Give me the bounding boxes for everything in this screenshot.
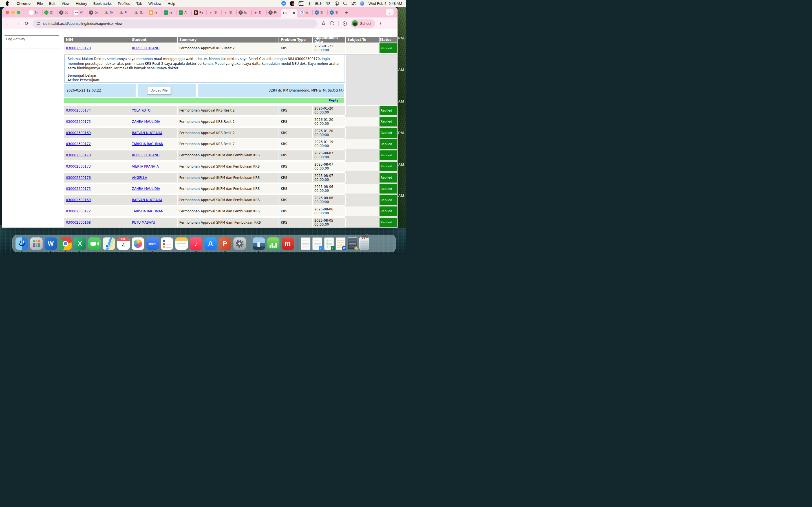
student-link[interactable]: ZAHRA MAULIDIA — [130, 184, 177, 193]
control-center-icon[interactable] — [351, 1, 356, 6]
nim-link[interactable]: 030002300173 — [64, 162, 130, 171]
browser-tab[interactable]: SI — [312, 7, 327, 17]
dock-item-music[interactable]: ♪ — [190, 237, 202, 250]
student-link[interactable]: RAEVAN NUGRAHA — [130, 195, 177, 205]
bluetooth-icon[interactable] — [308, 1, 311, 6]
window-zoom-button[interactable] — [17, 11, 20, 14]
nim-link[interactable]: 030002300170 — [64, 43, 130, 53]
menu-item-bookmarks[interactable]: Bookmarks — [90, 1, 115, 6]
tab-search-chevron-icon[interactable]: ⌄ — [386, 9, 394, 15]
dock-item-maps[interactable] — [103, 237, 115, 250]
dock-item-mendeley[interactable]: m — [282, 237, 294, 250]
dock-item-chrome[interactable] — [59, 237, 71, 250]
browser-tab[interactable]: S Jo — [87, 7, 102, 17]
student-link[interactable]: ANGELLA — [130, 173, 177, 182]
reload-icon[interactable]: ⟳ — [24, 20, 30, 26]
dock-item-appstore[interactable]: A — [204, 237, 217, 250]
dock-item-calendar[interactable]: FEB4 — [117, 237, 130, 250]
student-link[interactable]: RAEVAN NUGRAHA — [130, 128, 177, 138]
bookmark-star-icon[interactable] — [321, 21, 326, 26]
dock-item-finder[interactable] — [15, 237, 28, 250]
dock-item-facetime[interactable] — [88, 237, 101, 250]
wifi-icon[interactable] — [326, 1, 331, 6]
finder-icon[interactable] — [15, 237, 28, 250]
dock-item-min-window-mw-word[interactable]: W — [336, 237, 345, 250]
browser-tab[interactable]: In — [27, 7, 42, 17]
student-link[interactable]: TARISHA RACHMAN — [130, 139, 177, 149]
zoom-icon[interactable]: zoom — [146, 237, 159, 250]
browser-tab[interactable]: 22 (2 — [42, 7, 57, 17]
nim-link[interactable]: 030002300169 — [64, 195, 130, 205]
browser-tab[interactable]: S la — [236, 7, 251, 17]
browser-tab[interactable]: G fu — [297, 7, 312, 17]
dock-item-notes[interactable] — [175, 237, 188, 250]
student-link[interactable]: ZAHRA MAULIDIA — [130, 117, 177, 126]
student-link[interactable]: REIZEL FITRIANO — [130, 43, 177, 53]
dock-item-preview[interactable] — [253, 237, 265, 250]
profile-chip[interactable]: School — [351, 19, 375, 27]
excel-icon[interactable]: X — [73, 237, 86, 250]
browser-tab[interactable]: US ✕ — [281, 9, 297, 17]
browser-tab[interactable]: S Jo — [57, 7, 72, 17]
trash-icon[interactable] — [359, 237, 369, 250]
minimized-window-icon[interactable]: X — [324, 237, 334, 250]
menu-item-window[interactable]: Window — [145, 1, 164, 6]
nim-link[interactable]: 030002300175 — [64, 184, 130, 193]
user-account-icon[interactable] — [335, 1, 339, 6]
browser-tab[interactable]: ♥ D — [251, 7, 266, 17]
extensions-icon[interactable] — [329, 21, 335, 26]
browser-tab[interactable]: Re — [192, 7, 206, 17]
dock-item-word[interactable]: W — [45, 237, 57, 250]
window-minimize-button[interactable] — [11, 11, 15, 14]
minimized-window-icon[interactable]: z — [312, 237, 322, 250]
menu-item-tab[interactable]: Tab — [133, 1, 145, 6]
calendar-icon[interactable]: FEB4 — [117, 237, 130, 250]
dock-item-excel[interactable]: X — [73, 237, 86, 250]
browser-tab[interactable]: Sk — [102, 7, 117, 17]
student-link[interactable]: REIZEL FITRIANO — [130, 151, 177, 160]
photos-icon[interactable] — [132, 237, 144, 250]
reply-link[interactable]: Reply — [328, 99, 338, 102]
minimized-window-icon[interactable]: W — [336, 237, 345, 250]
facetime-icon[interactable] — [88, 237, 101, 250]
dock-item-min-window-mw-sheet[interactable]: X — [324, 237, 334, 250]
menu-item-help[interactable]: Help — [165, 1, 179, 6]
upload-file-button[interactable]: Upload File — [147, 87, 171, 94]
tab-close-icon[interactable]: ✕ — [293, 11, 296, 15]
nim-link[interactable]: 030002300174 — [64, 106, 130, 115]
site-info-icon[interactable] — [36, 21, 40, 25]
menu-item-view[interactable]: View — [58, 1, 72, 6]
reminders-icon[interactable] — [161, 237, 173, 250]
settings-icon[interactable] — [234, 237, 246, 250]
browser-tab[interactable]: PKP Vi — [72, 7, 87, 17]
zoom-menubar-icon[interactable]: zm — [282, 1, 286, 6]
siri-icon[interactable] — [360, 1, 364, 6]
dock-item-numbers[interactable] — [267, 237, 280, 250]
student-link[interactable]: YOLA KOTO — [130, 106, 177, 115]
menu-app-name[interactable]: Chrome — [13, 1, 34, 6]
nim-link[interactable]: 030002300176 — [64, 173, 130, 182]
dock-item-launchpad[interactable] — [30, 237, 43, 250]
nim-link[interactable]: 030002300172 — [64, 139, 130, 149]
dock-item-powerpoint[interactable]: P — [219, 237, 231, 250]
student-link[interactable]: VIERTA PRANATA — [130, 162, 177, 171]
dock-item-photos[interactable] — [132, 237, 144, 250]
powerpoint-icon[interactable]: P — [219, 237, 231, 250]
menu-item-edit[interactable]: Edit — [46, 1, 58, 6]
forward-icon[interactable]: → — [15, 20, 21, 26]
input-source-icon[interactable] — [299, 1, 304, 6]
browser-tab[interactable]: ♆ SI — [221, 7, 236, 17]
kebab-menu-icon[interactable]: ⋮ — [378, 21, 383, 25]
browser-tab[interactable]: S RI — [266, 7, 281, 17]
nim-link[interactable]: 030002300168 — [64, 218, 130, 227]
mendeley-icon[interactable]: m — [282, 237, 294, 250]
student-link[interactable]: TARISHA RACHMAN — [130, 207, 177, 216]
energy-saver-icon[interactable] — [342, 21, 347, 26]
menu-item-history[interactable]: History — [72, 1, 90, 6]
dock-item-reminders[interactable] — [161, 237, 173, 250]
minimized-window-icon[interactable] — [348, 237, 357, 250]
launchpad-icon[interactable] — [30, 237, 43, 250]
chrome-icon[interactable] — [59, 237, 71, 250]
menu-item-profiles[interactable]: Profiles — [115, 1, 133, 6]
numbers-icon[interactable] — [267, 237, 280, 250]
